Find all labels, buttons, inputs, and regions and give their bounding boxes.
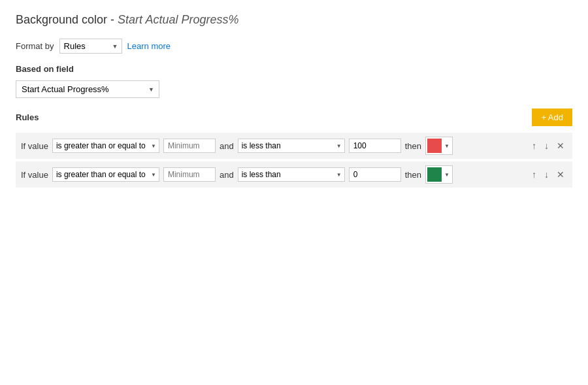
format-by-row: Format by Rules Color scale Field value … (16, 39, 572, 54)
input2-field-2[interactable] (349, 167, 401, 182)
rule-row: If value is greater than or equal to is … (16, 133, 572, 159)
then-label-2: then (405, 170, 421, 180)
move-up-button-1[interactable]: ↑ (529, 139, 539, 152)
if-value-label-1: If value (21, 141, 48, 151)
input2-field-1[interactable] (349, 139, 401, 153)
and-label-2: and (220, 170, 234, 180)
action-icons-2: ↑ ↓ ✕ (529, 168, 567, 181)
condition1-select-wrapper-2: is greater than or equal to is greater t… (52, 167, 159, 182)
color-dropdown-arrow-2: ▼ (443, 172, 451, 178)
move-down-button-1[interactable]: ↓ (542, 139, 551, 152)
add-rule-button[interactable]: + Add (532, 109, 572, 126)
then-label-1: then (405, 141, 421, 151)
input1-field-1[interactable] (163, 139, 216, 153)
color-swatch-1 (427, 139, 442, 153)
input1-field-2[interactable] (163, 167, 216, 182)
condition2-select-wrapper-2: is less than is greater than or equal to… (238, 167, 345, 182)
based-on-field-label: Based on field (16, 64, 572, 74)
condition1-select-wrapper-1: is greater than or equal to is greater t… (52, 139, 159, 153)
move-down-button-2[interactable]: ↓ (542, 168, 551, 181)
condition1-select-2[interactable]: is greater than or equal to is greater t… (52, 167, 159, 182)
color-picker-button-2[interactable]: ▼ (425, 165, 453, 184)
title-prefix: Background color - (16, 13, 118, 26)
field-dropdown-wrapper: Start Actual Progress% (16, 80, 159, 98)
color-swatch-2 (427, 167, 442, 182)
delete-button-1[interactable]: ✕ (554, 139, 567, 152)
delete-button-2[interactable]: ✕ (554, 168, 567, 181)
rules-label: Rules (16, 112, 39, 122)
rule-row: If value is greater than or equal to is … (16, 161, 572, 188)
condition1-select-1[interactable]: is greater than or equal to is greater t… (52, 139, 159, 153)
format-by-label: Format by (16, 41, 54, 51)
if-value-label-2: If value (21, 170, 48, 180)
action-icons-1: ↑ ↓ ✕ (529, 139, 567, 152)
field-select[interactable]: Start Actual Progress% (16, 80, 159, 98)
based-on-field-section: Based on field Start Actual Progress% (16, 64, 572, 109)
move-up-button-2[interactable]: ↑ (529, 168, 539, 181)
color-dropdown-arrow-1: ▼ (443, 143, 451, 149)
color-picker-button-1[interactable]: ▼ (425, 137, 453, 155)
and-label-1: and (220, 141, 234, 151)
condition2-select-1[interactable]: is less than is greater than or equal to… (238, 139, 345, 153)
rules-table: If value is greater than or equal to is … (16, 133, 572, 188)
format-by-select[interactable]: Rules Color scale Field value (59, 39, 122, 54)
page-title: Background color - Start Actual Progress… (16, 13, 572, 27)
rules-header-row: Rules + Add (16, 109, 572, 126)
condition2-select-2[interactable]: is less than is greater than or equal to… (238, 167, 345, 182)
format-by-select-wrapper: Rules Color scale Field value (59, 39, 122, 54)
learn-more-link[interactable]: Learn more (127, 41, 171, 51)
title-field: Start Actual Progress% (118, 13, 238, 26)
condition2-select-wrapper-1: is less than is greater than or equal to… (238, 139, 345, 153)
